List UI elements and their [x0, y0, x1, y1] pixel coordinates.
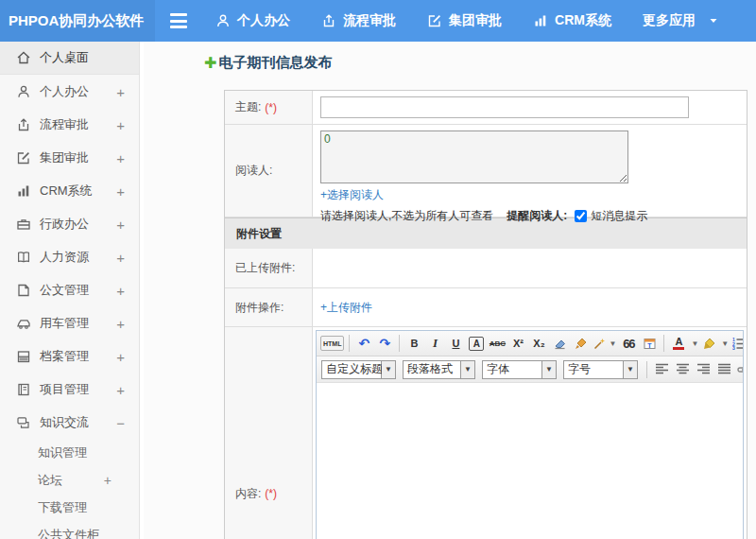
expand-icon[interactable]: + [116, 183, 125, 199]
superscript-button[interactable]: X² [508, 334, 527, 354]
readers-row: 阅读人: 0 +选择阅读人 请选择阅读人,不选为所有人可查看 提醒阅读人: 短消… [225, 125, 747, 217]
attachment-op-row: 附件操作: +上传附件 [225, 288, 747, 327]
bar-chart-icon [533, 13, 548, 28]
subject-row: 主题: (*) [225, 91, 747, 125]
insert-link-icon[interactable] [735, 359, 743, 379]
redo-icon[interactable]: ↷ [375, 334, 394, 354]
subject-input[interactable] [320, 96, 689, 118]
undo-icon[interactable]: ↶ [354, 334, 373, 354]
expand-icon[interactable]: + [116, 348, 125, 364]
font-style-button[interactable]: A [469, 337, 484, 351]
menu-icon[interactable] [170, 13, 187, 28]
editor-content-area[interactable] [317, 383, 743, 539]
sidebar-subitem-public-cabinet[interactable]: 公共文件柜 [0, 521, 139, 539]
top-bar: PHPOA协同办公软件 个人办公 流程审批 集团审批 CRM系统 更多应用 [0, 0, 756, 42]
font-family-select[interactable]: 字体 ▼ [482, 360, 557, 379]
readers-hint: 请选择阅读人,不选为所有人可查看 [320, 208, 493, 224]
paragraph-format-select[interactable]: 段落格式 ▼ [403, 360, 475, 379]
caret-down-icon[interactable]: ▼ [721, 339, 729, 348]
nav-crm[interactable]: CRM系统 [533, 12, 611, 29]
plus-icon: ✚ [204, 54, 216, 72]
table-icon[interactable]: T [640, 334, 659, 354]
subscript-button[interactable]: X₂ [529, 334, 548, 354]
caret-down-icon[interactable]: ▼ [382, 360, 396, 379]
expand-icon[interactable]: + [116, 381, 125, 397]
font-color-button[interactable]: A [669, 334, 688, 354]
underline-button[interactable]: U [446, 334, 465, 354]
attach-op-label: 附件操作: [235, 300, 284, 316]
nav-personal-office[interactable]: 个人办公 [215, 12, 290, 29]
sidebar-subitem-forum[interactable]: 论坛 + [0, 466, 139, 494]
align-justify-icon[interactable] [714, 359, 733, 379]
remind-readers-label: 提醒阅读人: [507, 208, 567, 224]
top-nav: 个人办公 流程审批 集团审批 CRM系统 更多应用 [215, 12, 756, 29]
sidebar-subitem-knowledge-mgmt[interactable]: 知识管理 [0, 439, 139, 466]
expand-icon[interactable]: + [116, 83, 125, 99]
sidebar: 个人桌面 个人办公 + 流程审批 + 集团审批 + CRM系统 + 行政办公 +… [0, 42, 140, 539]
caret-down-icon[interactable]: ▼ [542, 360, 557, 379]
bold-button[interactable]: B [404, 334, 423, 354]
expand-icon[interactable]: + [116, 149, 125, 165]
editor-toolbar-row2: 自定义标题 ▼ 段落格式 ▼ 字体 ▼ 字号 ▼ [317, 356, 743, 383]
expand-icon[interactable]: + [116, 282, 125, 298]
nav-more-apps[interactable]: 更多应用 [643, 12, 725, 29]
editor-toolbar-row1: HTML ↶ ↷ B I U A ABC X² X₂ [317, 331, 743, 356]
sidebar-item-personal-office[interactable]: 个人办公 + [0, 75, 139, 108]
sidebar-item-project-mgmt[interactable]: 项目管理 + [0, 373, 139, 406]
highlight-pen-icon[interactable] [699, 334, 718, 354]
archive-icon [16, 349, 31, 364]
custom-title-select[interactable]: 自定义标题 ▼ [321, 360, 396, 379]
content-label: 内容: [235, 486, 261, 502]
align-right-icon[interactable] [694, 359, 713, 379]
format-brush-icon[interactable] [571, 334, 590, 354]
home-icon [16, 50, 31, 65]
sidebar-item-knowledge-exchange[interactable]: 知识交流 − [0, 406, 139, 439]
ordered-list-icon[interactable]: 123 [730, 334, 743, 354]
font-size-select[interactable]: 字号 ▼ [563, 360, 638, 379]
publish-form: 主题: (*) 阅读人: 0 +选择阅读人 请选择阅读人,不选为所有人可查看 提… [224, 90, 747, 539]
nav-workflow-approval[interactable]: 流程审批 [321, 12, 396, 29]
caret-down-icon[interactable]: ▼ [624, 360, 638, 379]
required-mark: (*) [265, 101, 277, 114]
expand-icon[interactable]: + [116, 315, 125, 331]
expand-icon[interactable]: + [116, 216, 125, 232]
sidebar-item-crm[interactable]: CRM系统 + [0, 174, 139, 207]
italic-button[interactable]: I [425, 334, 444, 354]
align-left-icon[interactable] [652, 359, 671, 379]
select-readers-link[interactable]: +选择阅读人 [320, 187, 384, 203]
expand-icon[interactable]: + [104, 473, 112, 488]
page-title: ✚ 电子期刊信息发布 [204, 54, 756, 72]
sms-label: 短消息提示 [591, 208, 647, 224]
sidebar-item-hr[interactable]: 人力资源 + [0, 240, 139, 273]
uploaded-list [313, 249, 747, 287]
sidebar-item-desktop[interactable]: 个人桌面 [0, 42, 139, 75]
upload-attachment-link[interactable]: +上传附件 [320, 300, 372, 316]
sidebar-item-workflow-approval[interactable]: 流程审批 + [0, 108, 139, 141]
sidebar-item-archive-mgmt[interactable]: 档案管理 + [0, 339, 139, 373]
sidebar-item-admin-office[interactable]: 行政办公 + [0, 207, 139, 240]
sms-checkbox[interactable] [575, 210, 587, 222]
uploaded-label: 已上传附件: [235, 260, 295, 276]
caret-down-icon[interactable]: ▼ [691, 339, 698, 348]
sidebar-item-vehicle-mgmt[interactable]: 用车管理 + [0, 306, 139, 339]
edit-icon [16, 150, 31, 165]
app-title: PHPOA协同办公软件 [0, 0, 155, 42]
align-center-icon[interactable] [673, 359, 692, 379]
expand-icon[interactable]: + [116, 116, 125, 132]
expand-icon[interactable]: + [116, 249, 125, 265]
sidebar-item-document-mgmt[interactable]: 公文管理 + [0, 273, 139, 306]
eraser-icon[interactable] [550, 334, 569, 354]
autotypeset-wand-icon[interactable]: ▼ [592, 334, 617, 354]
flow-icon [16, 117, 31, 132]
sidebar-subitem-download-mgmt[interactable]: 下载管理 [0, 494, 139, 521]
readers-textarea[interactable]: 0 [320, 130, 628, 183]
blockquote-button[interactable]: 66 [619, 334, 638, 354]
nav-group-approval[interactable]: 集团审批 [427, 12, 502, 29]
collapse-icon[interactable]: − [116, 414, 125, 430]
caret-down-icon: ▼ [609, 339, 616, 348]
strikethrough-button[interactable]: ABC [488, 334, 507, 354]
user-icon [16, 84, 31, 99]
caret-down-icon[interactable]: ▼ [461, 360, 475, 379]
sidebar-item-group-approval[interactable]: 集团审批 + [0, 141, 139, 174]
html-source-button[interactable]: HTML [320, 336, 344, 351]
